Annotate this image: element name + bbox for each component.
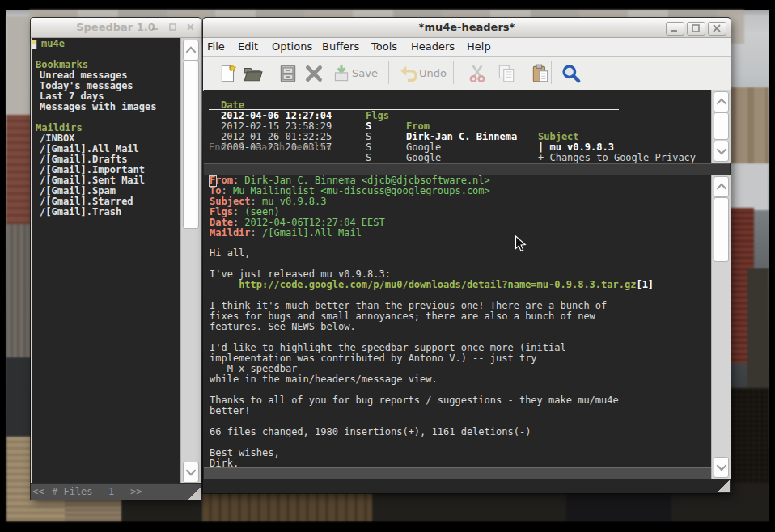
undo-button-label[interactable]: Undo bbox=[419, 67, 447, 79]
speedbar-root-mu4e[interactable]: mu4e bbox=[32, 39, 180, 49]
field-label: From bbox=[210, 175, 233, 186]
menu-item[interactable]: Options bbox=[272, 40, 312, 53]
menu-item[interactable]: Buffers bbox=[322, 40, 359, 53]
toolbar-separator bbox=[388, 61, 389, 84]
view-modeline: U:%*- *mu4e-view* Top L1 (mu4e:view) bbox=[204, 467, 711, 479]
scroll-down-button[interactable] bbox=[714, 457, 729, 478]
message-body: Hi all, I've just released mu v0.9.8.3: … bbox=[210, 238, 654, 467]
view-scrollbar[interactable] bbox=[711, 175, 731, 479]
tool-bar: Save Undo bbox=[203, 57, 731, 91]
speedbar-status-label: # Files bbox=[52, 486, 93, 497]
scroll-up-button[interactable] bbox=[183, 40, 199, 61]
speedbar-bookmark-item[interactable]: Messages with images bbox=[32, 102, 180, 112]
close-icon[interactable] bbox=[187, 23, 194, 31]
echo-area[interactable] bbox=[204, 479, 730, 492]
chevron-up-icon bbox=[716, 184, 726, 194]
open-folder-icon[interactable] bbox=[242, 63, 263, 84]
menu-item[interactable]: Help bbox=[467, 40, 491, 53]
emacs-titlebar[interactable]: *mu4e-headers* bbox=[203, 18, 731, 38]
end-of-search-results: End of search results bbox=[209, 142, 332, 153]
speedbar-window: Speedbar 1.0 mu4e Bookmarks Unread messa… bbox=[31, 18, 201, 500]
field-value: mu v0.9.8.3 bbox=[262, 196, 326, 207]
selected-row-underline bbox=[209, 109, 619, 110]
undo-icon[interactable] bbox=[398, 63, 419, 84]
field-label: Subject bbox=[210, 196, 251, 207]
speedbar-maildir-item[interactable]: /[Gmail].Trash bbox=[32, 207, 180, 217]
menu-item[interactable]: Edit bbox=[238, 40, 258, 53]
close-file-icon[interactable] bbox=[303, 63, 324, 84]
field-label: Maildir bbox=[210, 227, 251, 239]
headers-scrollbar[interactable] bbox=[711, 90, 731, 163]
field-value: Dirk-Jan C. Binnema <djcb@djcbsoftware.n… bbox=[244, 175, 489, 186]
speedbar-status-left[interactable]: << bbox=[32, 486, 44, 497]
close-button[interactable] bbox=[708, 22, 726, 36]
scrollbar-thumb[interactable] bbox=[714, 112, 729, 140]
file-cabinet-icon[interactable] bbox=[277, 63, 299, 84]
mouse-cursor bbox=[515, 235, 527, 253]
emacs-window: *mu4e-headers* FileEditOptionsBuffersToo… bbox=[203, 18, 731, 493]
header-row[interactable]: 2012-01-26 01:32:25 S Google \ Changes t… bbox=[204, 121, 251, 132]
maximize-icon[interactable] bbox=[169, 23, 176, 31]
new-file-icon[interactable] bbox=[218, 63, 239, 84]
menu-item[interactable]: Tools bbox=[371, 40, 397, 53]
save-icon[interactable] bbox=[331, 63, 352, 84]
speedbar-maildirs-list: /INBOX/[Gmail].All Mail/[Gmail].Drafts/[… bbox=[32, 133, 180, 217]
speedbar-bookmarks-list: Unread messagesToday's messagesLast 7 da… bbox=[32, 70, 180, 112]
chevron-up-icon bbox=[716, 99, 726, 109]
toolbar-separator bbox=[453, 61, 454, 84]
resize-grip[interactable] bbox=[717, 479, 730, 492]
scroll-up-button[interactable] bbox=[714, 91, 729, 112]
mu4e-headers-buffer: Date Flgs From Subject 2012-04-06 12:27:… bbox=[204, 90, 711, 163]
chevron-up-icon bbox=[186, 47, 197, 57]
speedbar-status-right[interactable]: >> bbox=[130, 486, 142, 497]
close-icon bbox=[712, 23, 722, 33]
maximize-button[interactable] bbox=[687, 22, 705, 36]
scroll-up-button[interactable] bbox=[714, 176, 729, 197]
headers-modeline: U:%*- *mu4e-headers* All L1 (mu4e-header… bbox=[204, 163, 730, 175]
field-value: Mu Mailinglist <mu-discuss@googlegroups.… bbox=[233, 185, 490, 196]
field-value: /[Gmail].All Mail bbox=[262, 227, 362, 239]
link-footnote-ref: [1] bbox=[636, 279, 654, 290]
emacs-window-title: *mu4e-headers* bbox=[203, 21, 731, 33]
minimize-button[interactable] bbox=[666, 22, 684, 36]
header-row[interactable]: 2012-02-15 23:58:29 S Google + Changes t… bbox=[204, 111, 251, 121]
field-value: 2012-04-06T12:27:04 EEST bbox=[244, 217, 384, 228]
chevron-down-icon bbox=[716, 461, 726, 471]
speedbar-buffer: mu4e Bookmarks Unread messagesToday's me… bbox=[32, 38, 180, 484]
field-label: Flgs bbox=[210, 206, 233, 217]
chevron-down-icon bbox=[716, 145, 726, 155]
field-label: Date bbox=[210, 217, 233, 228]
download-link[interactable]: http://code.google.com/p/mu0/downloads/d… bbox=[239, 279, 636, 290]
scrollbar-thumb[interactable] bbox=[714, 197, 729, 262]
speedbar-status-count: 1 bbox=[108, 486, 114, 497]
maximize-icon bbox=[691, 23, 701, 33]
resize-grip[interactable] bbox=[188, 487, 201, 500]
scroll-down-button[interactable] bbox=[183, 462, 199, 483]
mu4e-view-buffer: From: Dirk-Jan C. Binnema <djcb@djcbsoft… bbox=[204, 175, 711, 467]
minimize-icon[interactable] bbox=[151, 23, 159, 31]
cut-icon[interactable] bbox=[467, 63, 488, 84]
headers-column-row: Date Flgs From Subject bbox=[204, 90, 251, 100]
chevron-down-icon bbox=[186, 466, 197, 476]
scroll-down-button[interactable] bbox=[714, 141, 729, 162]
menu-bar: FileEditOptionsBuffersToolsHeadersHelp bbox=[203, 38, 731, 57]
copy-icon[interactable] bbox=[496, 63, 517, 84]
speedbar-scrollbar[interactable] bbox=[180, 38, 201, 484]
toolbar-separator bbox=[551, 61, 552, 84]
field-label: To bbox=[210, 185, 221, 196]
minimize-icon bbox=[670, 23, 680, 33]
save-button-label[interactable]: Save bbox=[352, 67, 378, 79]
speedbar-titlebar[interactable]: Speedbar 1.0 bbox=[31, 18, 201, 38]
field-value: (seen) bbox=[244, 206, 279, 217]
scrollbar-thumb[interactable] bbox=[183, 61, 199, 229]
search-icon[interactable] bbox=[561, 63, 582, 84]
message-headers: From: Dirk-Jan C. Binnema <djcb@djcbsoft… bbox=[210, 175, 490, 239]
paste-icon[interactable] bbox=[530, 63, 551, 84]
desktop: Speedbar 1.0 mu4e Bookmarks Unread messa… bbox=[0, 0, 775, 532]
speedbar-status-bar: << # Files 1 >> bbox=[31, 483, 201, 500]
menu-item[interactable]: Headers bbox=[411, 40, 455, 53]
menu-item[interactable]: File bbox=[207, 40, 225, 53]
